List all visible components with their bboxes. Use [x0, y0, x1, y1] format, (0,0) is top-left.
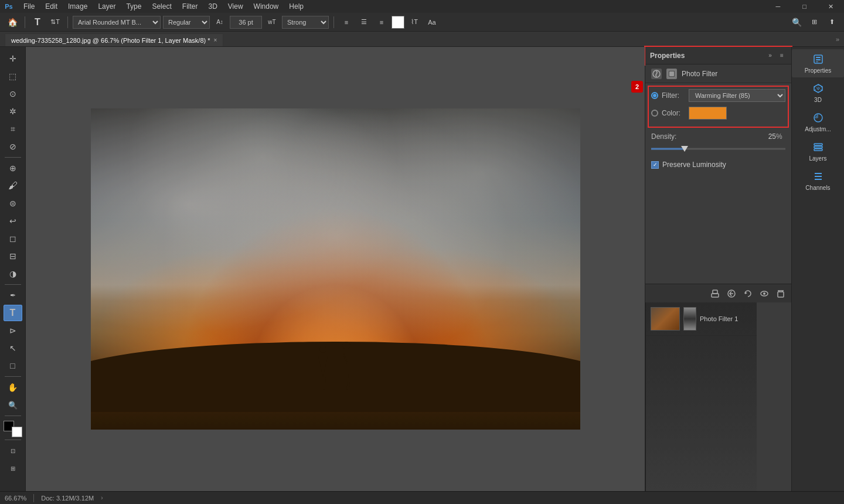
right-panel-3d[interactable]: 3D	[792, 79, 844, 107]
properties-menu-button[interactable]: ≡	[777, 51, 787, 60]
screen-mode-button[interactable]: ⊞	[4, 460, 22, 476]
tool-divider-2	[5, 284, 21, 285]
menu-filter[interactable]: Filter	[178, 1, 203, 12]
hand-tool[interactable]: ✋	[4, 379, 22, 396]
magic-wand-tool[interactable]: ✲	[4, 103, 22, 120]
home-button[interactable]: 🏠	[5, 15, 20, 29]
menu-select[interactable]: Select	[147, 1, 176, 12]
reset-button[interactable]	[742, 288, 754, 299]
direct-select-tool[interactable]: ↖	[4, 340, 22, 356]
svg-rect-4	[713, 290, 717, 294]
svg-rect-9	[778, 292, 784, 297]
eraser-tool[interactable]: ◻	[4, 230, 22, 247]
text-orientation-button[interactable]: ⇅T	[47, 15, 63, 29]
dodge-tool[interactable]: ◑	[4, 265, 22, 282]
minimize-button[interactable]: ─	[765, 0, 791, 13]
figure-head-left	[319, 346, 326, 353]
right-panel-channels[interactable]: Channels	[792, 166, 844, 195]
zoom-tool[interactable]: 🔍	[4, 397, 22, 413]
preserve-luminosity-label: Preserve Luminosity	[662, 161, 726, 169]
color-radio[interactable]	[651, 110, 658, 117]
menu-help[interactable]: Help	[284, 1, 308, 12]
properties-panel-label: Properties	[805, 67, 832, 74]
properties-bottom-toolbar	[645, 284, 791, 302]
menu-edit[interactable]: Edit	[40, 1, 62, 12]
3d-panel-label: 3D	[814, 97, 822, 103]
menu-image[interactable]: Image	[63, 1, 92, 12]
warp-text-button[interactable]: ⌇T	[407, 15, 422, 29]
align-right-button[interactable]: ≡	[374, 15, 389, 29]
type-tool[interactable]: T	[4, 305, 22, 321]
healing-tool[interactable]: ⊕	[4, 160, 22, 176]
close-button[interactable]: ✕	[818, 0, 844, 13]
status-arrow[interactable]: ›	[101, 495, 103, 501]
arrangement-button[interactable]: ⊞	[806, 15, 822, 29]
sharpening-select[interactable]: Strong	[282, 16, 329, 29]
properties-panel-icon	[812, 53, 825, 66]
menu-file[interactable]: File	[19, 1, 39, 12]
doc-info: Doc: 3.12M/3.12M	[41, 495, 94, 502]
color-swatches[interactable]	[4, 421, 22, 437]
maximize-button[interactable]: □	[791, 0, 818, 13]
tab-close-button[interactable]: ×	[214, 37, 217, 43]
eyedropper-tool[interactable]: ⊘	[4, 138, 22, 155]
warp-icon[interactable]: wT	[264, 15, 280, 29]
visibility-button[interactable]	[758, 288, 770, 299]
menu-window[interactable]: Window	[249, 1, 284, 12]
clone-tool[interactable]: ⊜	[4, 195, 22, 212]
density-thumb[interactable]	[681, 146, 688, 152]
menu-view[interactable]: View	[223, 1, 248, 12]
options-toolbar: 🏠 T ⇅T Arial Rounded MT B... Regular A↕ …	[0, 13, 844, 32]
share-button[interactable]: ⬆	[824, 15, 839, 29]
photo-filter-header: Photo Filter	[645, 64, 791, 83]
right-panel-properties[interactable]: Properties	[792, 49, 844, 77]
brush-tool[interactable]: 🖌	[4, 178, 22, 194]
path-select-tool[interactable]: ⊳	[4, 322, 22, 339]
clip-to-layer-button[interactable]	[709, 288, 721, 299]
font-size-input[interactable]	[230, 16, 262, 29]
marquee-tool[interactable]: ⬚	[4, 68, 22, 84]
color-swatch[interactable]	[689, 107, 727, 120]
toolbar-divider-1	[25, 16, 25, 28]
toolbar-divider-2	[67, 16, 68, 28]
gradient-tool[interactable]: ⊟	[4, 248, 22, 264]
font-family-select[interactable]: Arial Rounded MT B...	[73, 16, 161, 29]
history-brush-tool[interactable]: ↩	[4, 213, 22, 229]
filter-radio[interactable]	[651, 92, 658, 99]
density-slider[interactable]	[651, 144, 785, 154]
search-button[interactable]: 🔍	[789, 15, 804, 29]
svg-rect-3	[712, 294, 719, 297]
crop-tool[interactable]: ⌗	[4, 121, 22, 137]
font-style-select[interactable]: Regular	[163, 16, 210, 29]
delete-button[interactable]	[775, 288, 787, 299]
toolbar-divider-3	[333, 16, 334, 28]
text-color-swatch[interactable]	[392, 16, 404, 29]
tool-divider-3	[5, 376, 21, 377]
filter-select[interactable]: Warming Filter (85)	[689, 89, 785, 102]
tab-filename: wedding-7335258_1280.jpg @ 66.7% (Photo …	[11, 37, 210, 44]
text-tool-indicator[interactable]: T	[30, 15, 45, 29]
background-color[interactable]	[12, 427, 22, 437]
view-previous-button[interactable]	[726, 288, 737, 299]
move-tool[interactable]: ✛	[4, 50, 22, 67]
align-left-button[interactable]: ≡	[339, 15, 354, 29]
svg-rect-2	[669, 71, 674, 76]
tab-bar: wedding-7335258_1280.jpg @ 66.7% (Photo …	[0, 32, 844, 47]
menu-type[interactable]: Type	[121, 1, 146, 12]
active-tab[interactable]: wedding-7335258_1280.jpg @ 66.7% (Photo …	[5, 33, 223, 46]
layers-panel-icon	[812, 141, 825, 154]
pen-tool[interactable]: ✒	[4, 287, 22, 304]
menu-3d[interactable]: 3D	[203, 1, 222, 12]
quick-mask-button[interactable]: ⊡	[4, 442, 22, 459]
shape-tool[interactable]: □	[4, 357, 22, 374]
character-panel-button[interactable]: Aa	[424, 15, 440, 29]
svg-rect-22	[814, 149, 822, 151]
properties-expand-button[interactable]: »	[765, 51, 775, 60]
right-panel-layers[interactable]: Layers	[792, 137, 844, 165]
figure-woman	[316, 346, 329, 390]
preserve-luminosity-checkbox[interactable]: ✓	[651, 161, 659, 169]
right-panel-adjustments[interactable]: Adjustm...	[792, 108, 844, 136]
lasso-tool[interactable]: ⊙	[4, 86, 22, 102]
align-center-button[interactable]: ☰	[356, 15, 372, 29]
menu-layer[interactable]: Layer	[93, 1, 120, 12]
